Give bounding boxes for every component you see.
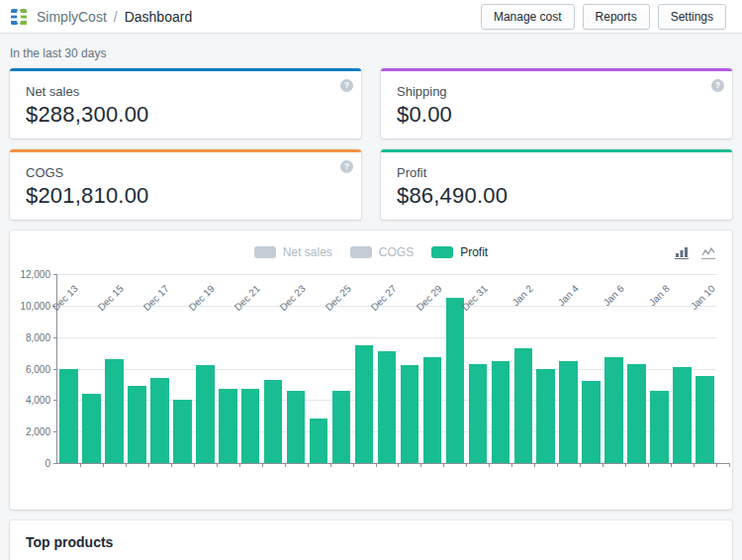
metric-label: Profit <box>397 165 716 180</box>
x-axis-tick-label: Dec 21 <box>232 283 262 313</box>
x-axis-tick-label: Jan 8 <box>646 283 671 308</box>
x-axis-tick <box>466 463 467 467</box>
metric-card-net-sales: ? Net sales $288,300.00 <box>10 68 361 139</box>
top-products-card: Top products Product Variant Net quantit… <box>10 520 732 560</box>
x-axis-tick <box>80 463 81 467</box>
gridline <box>57 306 716 307</box>
bar-dec-29[interactable] <box>423 357 442 463</box>
y-axis-tick <box>53 369 57 370</box>
x-axis-tick <box>534 463 535 467</box>
legend-swatch-net-sales <box>254 246 276 258</box>
bar-dec-28[interactable] <box>401 365 419 463</box>
legend-swatch-cogs <box>350 246 372 258</box>
bar-jan-4[interactable] <box>559 361 578 463</box>
bar-dec-14[interactable] <box>82 394 101 463</box>
bar-dec-21[interactable] <box>241 389 260 463</box>
x-axis-tick <box>716 463 717 467</box>
y-axis-tick <box>53 463 57 464</box>
bar-jan-9[interactable] <box>673 367 692 463</box>
chart-legend: Net sales COGS Profit <box>10 231 732 258</box>
x-axis-tick-label: Jan 2 <box>510 283 534 308</box>
x-axis-tick <box>671 463 672 467</box>
metric-label: COGS <box>26 165 345 180</box>
y-axis-tick-label: 10,000 <box>20 300 50 311</box>
x-axis-tick-label: Dec 15 <box>96 283 126 313</box>
x-axis-tick <box>148 463 149 467</box>
x-axis-tick <box>285 463 286 467</box>
bar-dec-19[interactable] <box>196 365 215 463</box>
x-axis-tick <box>262 463 263 467</box>
x-axis-tick <box>729 463 730 467</box>
chart-plot: 02,0004,0006,0008,00010,00012,000Dec 13D… <box>56 274 715 463</box>
bar-jan-1[interactable] <box>492 361 510 463</box>
x-axis-tick <box>603 463 603 467</box>
page-title: Dashboard <box>125 9 193 25</box>
metric-card-profit: ? Profit $86,490.00 <box>381 149 732 220</box>
reports-button[interactable]: Reports <box>583 4 650 30</box>
bar-jan-6[interactable] <box>604 357 623 463</box>
y-axis-tick <box>53 431 57 432</box>
bar-dec-30[interactable] <box>446 298 465 463</box>
bar-dec-17[interactable] <box>150 378 169 463</box>
settings-button[interactable]: Settings <box>658 4 726 30</box>
y-axis-tick-label: 12,000 <box>20 269 50 280</box>
bar-dec-25[interactable] <box>332 391 351 463</box>
bar-dec-31[interactable] <box>469 364 488 463</box>
x-axis-tick <box>171 463 172 467</box>
x-axis-tick-label: Dec 19 <box>187 283 217 313</box>
x-axis-line <box>57 463 730 464</box>
bar-dec-13[interactable] <box>59 369 78 464</box>
x-axis-tick <box>648 463 649 467</box>
bar-dec-23[interactable] <box>287 391 306 463</box>
bar-dec-24[interactable] <box>310 419 328 463</box>
y-axis-tick <box>53 274 57 275</box>
bar-dec-20[interactable] <box>219 389 237 463</box>
topbar-actions: Manage cost Reports Settings <box>481 4 726 30</box>
breadcrumb-app-name[interactable]: SimplyCost <box>37 9 107 25</box>
bar-dec-26[interactable] <box>355 345 374 463</box>
x-axis-tick-label: Jan 10 <box>688 283 716 312</box>
simplycost-logo-icon <box>10 8 28 26</box>
bar-jan-3[interactable] <box>536 369 555 464</box>
x-axis-tick <box>398 463 399 467</box>
legend-swatch-profit <box>431 246 453 258</box>
bar-dec-22[interactable] <box>264 380 283 463</box>
top-bar: SimplyCost / Dashboard Manage cost Repor… <box>0 0 742 34</box>
bar-chart-icon[interactable] <box>675 246 690 259</box>
bar-jan-7[interactable] <box>627 364 646 463</box>
manage-cost-button[interactable]: Manage cost <box>481 4 575 30</box>
bar-jan-2[interactable] <box>514 348 533 463</box>
x-axis-tick-label: Jan 6 <box>601 283 625 308</box>
top-products-title: Top products <box>26 534 716 550</box>
help-icon[interactable]: ? <box>340 160 353 173</box>
line-chart-icon[interactable] <box>701 246 716 259</box>
metric-value: $0.00 <box>397 102 716 128</box>
help-icon[interactable]: ? <box>340 79 353 92</box>
bar-dec-27[interactable] <box>378 351 397 463</box>
metric-label: Net sales <box>26 84 345 99</box>
y-axis-tick-label: 6,000 <box>26 363 50 374</box>
metric-card-cogs: ? COGS $201,810.00 <box>10 149 361 220</box>
gridline <box>57 337 716 338</box>
legend-item-cogs[interactable]: COGS <box>350 245 414 259</box>
bar-jan-8[interactable] <box>650 391 669 463</box>
bar-dec-18[interactable] <box>173 400 192 463</box>
legend-label: COGS <box>379 245 414 259</box>
x-axis-tick-label: Dec 29 <box>415 283 444 313</box>
x-axis-tick <box>239 463 240 467</box>
bar-dec-15[interactable] <box>105 359 124 463</box>
y-axis-tick-label: 8,000 <box>26 331 50 342</box>
help-icon[interactable]: ? <box>711 79 724 92</box>
x-axis-tick <box>126 463 127 467</box>
y-axis-tick-label: 4,000 <box>26 395 50 406</box>
bar-jan-5[interactable] <box>582 381 601 463</box>
x-axis-tick <box>330 463 331 467</box>
legend-item-profit[interactable]: Profit <box>431 245 488 259</box>
bar-dec-16[interactable] <box>128 386 146 463</box>
x-axis-tick <box>376 463 377 467</box>
y-axis-tick <box>53 337 57 338</box>
legend-item-net-sales[interactable]: Net sales <box>254 245 332 259</box>
x-axis-tick <box>694 463 695 467</box>
bar-jan-10[interactable] <box>696 376 714 463</box>
x-axis-tick <box>625 463 626 467</box>
